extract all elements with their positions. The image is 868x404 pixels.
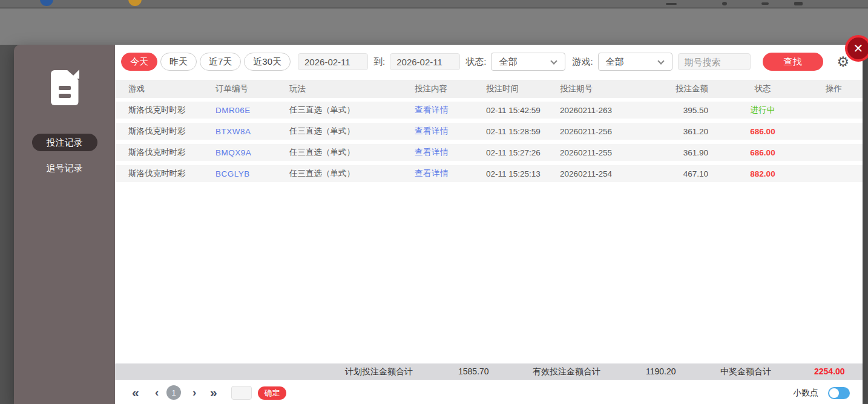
date-from-input[interactable] [298, 53, 368, 70]
status-text: 686.00 [708, 127, 817, 136]
toolbar-glyph [666, 3, 677, 5]
valid-total-value: 1190.20 [646, 367, 676, 376]
quick-range-button[interactable]: 近30天 [244, 53, 291, 71]
status-text: 882.00 [708, 169, 817, 178]
cell-game: 斯洛伐克时时彩 [128, 105, 215, 116]
column-header: 投注时间 [486, 83, 560, 94]
status-select[interactable]: 全部 [491, 53, 565, 71]
cell-game: 斯洛伐克时时彩 [128, 147, 215, 158]
close-icon: ✕ [853, 42, 864, 54]
quick-range-button[interactable]: 昨天 [160, 53, 197, 71]
cell-time: 02-11 15:27:26 [486, 148, 560, 157]
detail-link[interactable]: 查看详情 [415, 126, 486, 137]
browser-icon-blue [40, 0, 53, 6]
status-text: 进行中 [708, 105, 817, 116]
next-page-icon[interactable]: › [192, 385, 196, 400]
table-body: 斯洛伐克时时彩DMR06E任三直选（单式）查看详情02-11 15:42:592… [115, 102, 863, 186]
cell-amount: 361.90 [651, 148, 708, 157]
table-row: 斯洛伐克时时彩DMR06E任三直选（单式）查看详情02-11 15:42:592… [115, 102, 863, 119]
summary-bar: 计划投注金额合计 1585.70 有效投注金额合计 1190.20 中奖金额合计… [115, 363, 863, 380]
last-page-icon[interactable]: » [210, 385, 217, 400]
detail-link[interactable]: 查看详情 [415, 147, 486, 158]
chevron-down-icon [657, 57, 664, 64]
modal-sidebar: 投注记录追号记录 [14, 45, 115, 404]
column-header: 玩法 [289, 83, 415, 94]
order-link[interactable]: BCGLYB [215, 169, 289, 178]
column-header: 游戏 [128, 83, 215, 94]
cell-period: 20260211-255 [560, 148, 651, 157]
table-row: 斯洛伐克时时彩BCGLYB任三直选（单式）查看详情02-11 15:25:132… [115, 165, 863, 182]
decimal-toggle[interactable] [828, 387, 850, 399]
cell-game: 斯洛伐克时时彩 [128, 168, 215, 179]
status-label: 状态: [465, 56, 486, 68]
records-icon [51, 70, 79, 105]
sidebar-item-bet-records[interactable]: 投注记录 [32, 134, 97, 151]
current-page-badge[interactable]: 1 [166, 385, 181, 400]
column-header: 投注金额 [651, 83, 708, 94]
toolbar-glyph [722, 2, 727, 5]
game-label: 游戏: [572, 56, 593, 68]
cell-period: 20260211-254 [560, 169, 651, 178]
cell-time: 02-11 15:42:59 [486, 106, 560, 115]
order-link[interactable]: BMQX9A [215, 148, 289, 157]
cell-game: 斯洛伐克时时彩 [128, 126, 215, 137]
toggle-knob [829, 388, 839, 398]
cell-amount: 361.20 [651, 127, 708, 136]
cell-play: 任三直选（单式） [289, 147, 415, 158]
cell-time: 02-11 15:25:13 [486, 169, 560, 178]
chevron-down-icon [551, 57, 557, 64]
order-link[interactable]: BTXW8A [215, 127, 289, 136]
cell-amount: 467.10 [651, 169, 708, 178]
win-total-value: 2254.00 [814, 367, 845, 376]
plan-total-value: 1585.70 [458, 367, 489, 376]
cell-time: 02-11 15:28:59 [486, 127, 560, 136]
cell-play: 任三直选（单式） [289, 168, 415, 179]
detail-link[interactable]: 查看详情 [415, 105, 486, 116]
table-header-row: 游戏订单编号玩法投注内容投注时间投注期号投注金额状态操作 [115, 80, 863, 98]
prev-page-icon[interactable]: ‹ [155, 385, 159, 400]
browser-icon-yellow [128, 0, 142, 6]
bet-records-modal: 投注记录追号记录 今天昨天近7天近30天 到: 状态: 全部 游戏: 全部 查找… [14, 45, 863, 404]
lottery-page-header [0, 8, 868, 45]
confirm-page-button[interactable]: 确定 [258, 386, 286, 400]
cell-period: 20260211-263 [560, 106, 651, 115]
cell-period: 20260211-256 [560, 127, 651, 136]
game-select[interactable]: 全部 [598, 53, 672, 71]
sidebar-menu: 投注记录追号记录 [14, 134, 115, 177]
quick-range-button[interactable]: 今天 [121, 53, 157, 71]
quick-range-group: 今天昨天近7天近30天 [121, 53, 294, 71]
date-to-label: 到: [373, 56, 385, 68]
sidebar-item-chase-records[interactable]: 追号记录 [32, 159, 97, 177]
page-input[interactable] [231, 386, 252, 400]
order-link[interactable]: DMR06E [215, 106, 289, 115]
plan-total-label: 计划投注金额合计 [345, 367, 413, 377]
column-header: 操作 [817, 83, 850, 94]
close-modal-button[interactable]: ✕ [845, 35, 868, 62]
table-row: 斯洛伐克时时彩BMQX9A任三直选（单式）查看详情02-11 15:27:262… [115, 144, 863, 161]
quick-range-button[interactable]: 近7天 [200, 53, 241, 71]
cell-amount: 395.50 [651, 106, 708, 115]
toolbar-glyph [794, 2, 803, 5]
modal-content: 今天昨天近7天近30天 到: 状态: 全部 游戏: 全部 查找 ⚙ 游戏订单编号… [115, 45, 863, 404]
column-header: 投注期号 [560, 83, 651, 94]
column-header: 状态 [708, 83, 817, 94]
toolbar-glyph [761, 2, 769, 5]
valid-total-label: 有效投注金额合计 [533, 367, 600, 377]
period-search-input[interactable] [678, 53, 751, 70]
column-header: 订单编号 [215, 83, 289, 94]
decimal-toggle-label: 小数点 [793, 388, 818, 399]
cell-play: 任三直选（单式） [289, 126, 415, 137]
pagination: « ‹ 1 › » 确定 小数点 [115, 382, 863, 404]
cell-play: 任三直选（单式） [289, 105, 415, 116]
status-text: 686.00 [708, 148, 817, 157]
filter-bar: 今天昨天近7天近30天 到: 状态: 全部 游戏: 全部 查找 ⚙ [121, 53, 859, 71]
win-total-label: 中奖金额合计 [720, 367, 771, 377]
search-button[interactable]: 查找 [763, 53, 823, 71]
first-page-icon[interactable]: « [132, 385, 139, 400]
browser-topbar [0, 0, 868, 8]
column-header: 投注内容 [415, 83, 486, 94]
table-row: 斯洛伐克时时彩BTXW8A任三直选（单式）查看详情02-11 15:28:592… [115, 123, 863, 140]
date-to-input[interactable] [390, 53, 460, 70]
detail-link[interactable]: 查看详情 [415, 168, 486, 179]
